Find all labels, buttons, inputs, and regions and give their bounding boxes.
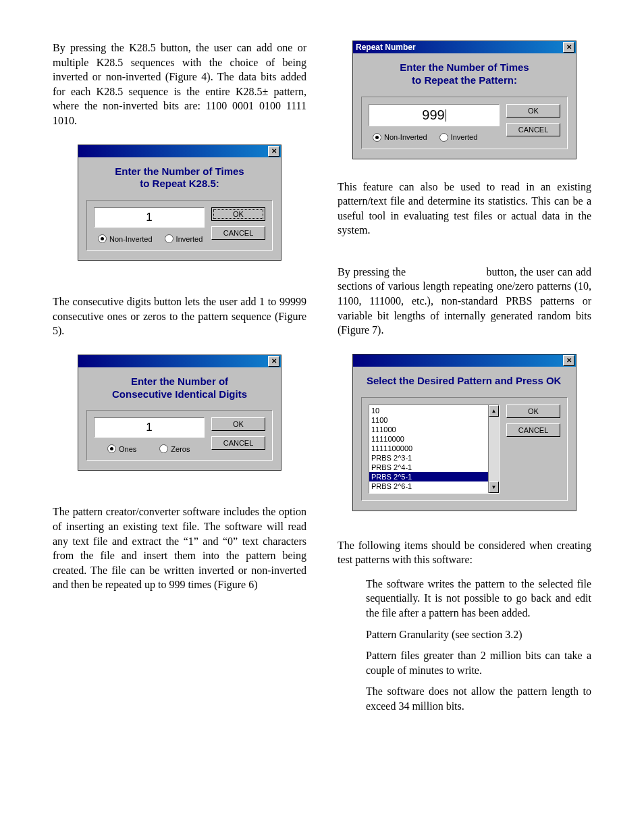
left-column: By pressing the K28.5 button, the user c…	[53, 41, 306, 721]
list-item[interactable]: PRBS 2^6-1	[369, 481, 499, 491]
list-item[interactable]: PRBS 2^4-1	[369, 463, 499, 472]
ok-button[interactable]: OK	[506, 104, 560, 118]
close-icon[interactable]: ✕	[563, 42, 574, 53]
repeat-count-input[interactable]: 999	[369, 104, 500, 126]
titlebar: ✕	[353, 355, 576, 367]
para-other-patterns: By pressing the button, the user can add…	[338, 265, 591, 338]
radio-label: Non-Inverted	[109, 235, 153, 243]
scroll-up-icon[interactable]: ▲	[489, 405, 499, 417]
titlebar: Repeat Number ✕	[353, 41, 576, 53]
close-icon[interactable]: ✕	[268, 146, 279, 157]
close-icon[interactable]: ✕	[268, 356, 279, 367]
radio-label: Inverted	[451, 133, 478, 141]
dialog-repeat-k285: ✕ Enter the Number of Times to Repeat K2…	[78, 145, 281, 261]
list-item[interactable]: 1100	[369, 415, 499, 425]
list-item[interactable]: PRBS 2^5-1	[369, 472, 499, 481]
text-caret-icon	[446, 109, 446, 122]
list-item: Pattern Granularity (see section 3.2)	[366, 627, 591, 642]
close-icon[interactable]: ✕	[563, 355, 574, 366]
list-item[interactable]: 11110000	[369, 434, 499, 444]
titlebar: ✕	[78, 145, 281, 157]
list-item[interactable]: 1111100000	[369, 444, 499, 453]
pattern-listbox[interactable]: 101100111000111100001111100000PRBS 2^3-1…	[369, 405, 500, 494]
para-considerations: The following items should be considered…	[338, 538, 591, 567]
cancel-button[interactable]: CANCEL	[211, 436, 265, 450]
dialog-header: Select the Desired Pattern and Press OK	[353, 367, 576, 394]
radio-label: Ones	[119, 445, 136, 453]
list-item: The software writes the pattern to the s…	[366, 577, 591, 621]
cancel-button[interactable]: CANCEL	[211, 226, 265, 240]
ok-button[interactable]: OK	[506, 405, 560, 418]
dialog-panel: 101100111000111100001111100000PRBS 2^3-1…	[361, 397, 568, 501]
para-textfile: The pattern creator/converter software i…	[53, 504, 306, 592]
dialog-repeat-pattern: Repeat Number ✕ Enter the Number of Time…	[352, 41, 576, 159]
list-item[interactable]: 10	[369, 406, 499, 415]
dialog-header: Enter the Number of Times to Repeat K28.…	[78, 157, 281, 198]
dialog-select-pattern: ✕ Select the Desired Pattern and Press O…	[352, 354, 576, 511]
dialog-consecutive-digits: ✕ Enter the Number of Consecutive Identi…	[78, 355, 281, 471]
radio-zeros[interactable]: Zeros	[159, 444, 190, 453]
dialog-header: Enter the Number of Consecutive Identica…	[78, 367, 281, 408]
right-column: Repeat Number ✕ Enter the Number of Time…	[338, 41, 591, 721]
scroll-down-icon[interactable]: ▼	[489, 481, 499, 493]
scrollbar[interactable]: ▲ ▼	[488, 405, 499, 493]
repeat-count-input[interactable]: 1	[94, 207, 205, 228]
digit-count-input[interactable]: 1	[94, 417, 205, 438]
cancel-button[interactable]: CANCEL	[506, 423, 560, 437]
list-item[interactable]: PRBS 2^3-1	[369, 453, 499, 463]
para-consecutive: The consecutive digits button lets the u…	[53, 294, 306, 338]
para-k285: By pressing the K28.5 button, the user c…	[53, 41, 306, 128]
cancel-button[interactable]: CANCEL	[506, 123, 560, 136]
ok-button[interactable]: OK	[211, 417, 265, 431]
titlebar: ✕	[78, 355, 281, 367]
radio-inverted[interactable]: Inverted	[165, 234, 203, 243]
dialog-panel: 999 Non-Inverted Inverted OK	[361, 97, 568, 149]
radio-ones[interactable]: Ones	[107, 444, 136, 453]
considerations-list: The software writes the pattern to the s…	[338, 577, 591, 714]
list-item: Pattern files greater than 2 million bit…	[366, 648, 591, 677]
radio-non-inverted[interactable]: Non-Inverted	[373, 133, 427, 142]
dialog-panel: 1 Non-Inverted Inverted OK CAN	[86, 200, 273, 251]
dialog-panel: 1 Ones Zeros OK CANCEL	[86, 410, 273, 461]
radio-non-inverted[interactable]: Non-Inverted	[98, 234, 153, 243]
radio-label: Non-Inverted	[384, 133, 427, 141]
list-item: The software does not allow the pattern …	[366, 684, 591, 713]
ok-button[interactable]: OK	[211, 207, 265, 221]
radio-label: Inverted	[176, 235, 203, 243]
radio-inverted[interactable]: Inverted	[439, 133, 478, 142]
radio-label: Zeros	[171, 445, 190, 453]
dialog-header: Enter the Number of Times to Repeat the …	[353, 53, 576, 94]
para-read-existing: This feature can also be used to read in…	[338, 180, 591, 238]
title-text: Repeat Number	[356, 43, 416, 52]
list-item[interactable]: 111000	[369, 425, 499, 434]
